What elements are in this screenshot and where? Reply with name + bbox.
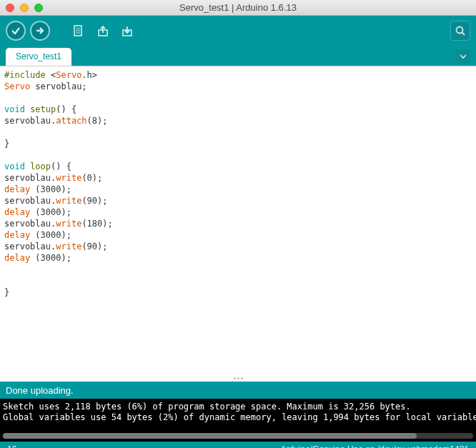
console-line: Sketch uses 2,118 bytes (6%) of program …: [3, 402, 411, 412]
code-line: servoblau.attach(8);: [4, 115, 472, 126]
verify-button[interactable]: [6, 21, 26, 41]
code-line: delay (3000);: [4, 184, 472, 195]
code-line: void loop() {: [4, 161, 472, 172]
svg-point-9: [457, 27, 463, 34]
zoom-window-button[interactable]: [34, 4, 43, 12]
check-icon: [10, 25, 21, 36]
save-sketch-button[interactable]: [117, 21, 137, 41]
code-line: void setup() {: [4, 104, 472, 115]
output-console[interactable]: Sketch uses 2,118 bytes (6%) of program …: [0, 399, 476, 432]
code-line: delay (3000);: [4, 252, 472, 264]
status-message: Done uploading.: [6, 385, 74, 396]
line-number: 16: [7, 444, 16, 448]
minimize-window-button[interactable]: [20, 4, 29, 12]
upload-button[interactable]: [30, 21, 50, 41]
split-handle[interactable]: [231, 377, 245, 380]
serial-monitor-button[interactable]: [450, 21, 470, 41]
arrow-up-icon: [96, 24, 109, 37]
arrow-right-icon: [34, 25, 46, 36]
toolbar: [0, 16, 476, 46]
code-line: [4, 264, 472, 275]
code-line: [4, 275, 472, 287]
arrow-down-icon: [121, 24, 134, 37]
code-editor[interactable]: #include <Servo.h>Servo servoblau; void …: [0, 66, 476, 382]
traffic-lights: [6, 4, 43, 12]
code-line: }: [4, 287, 472, 298]
file-icon: [72, 24, 85, 37]
console-scrollbar[interactable]: [0, 432, 476, 442]
tab-sketch[interactable]: Servo_test1: [6, 48, 71, 66]
console-line: Global variables use 54 bytes (2%) of dy…: [3, 412, 476, 422]
scrollbar-thumb[interactable]: [3, 433, 417, 439]
scrollbar-track[interactable]: [3, 433, 473, 439]
code-line: delay (3000);: [4, 229, 472, 241]
code-line: #include <Servo.h>: [4, 69, 472, 81]
close-window-button[interactable]: [6, 4, 14, 12]
code-line: [4, 92, 472, 104]
code-line: [4, 149, 472, 161]
code-line: delay (3000);: [4, 206, 472, 218]
new-sketch-button[interactable]: [69, 21, 89, 41]
code-line: [4, 126, 472, 138]
svg-line-10: [462, 33, 465, 36]
code-line: servoblau.write(90);: [4, 241, 472, 252]
code-line: servoblau.write(180);: [4, 218, 472, 229]
board-port-label: Arduino/Genuino Uno on /dev/cu.usbmodem1…: [280, 444, 469, 448]
status-bar: Done uploading.: [0, 382, 476, 399]
window-titlebar: Servo_test1 | Arduino 1.6.13: [0, 0, 476, 16]
magnifier-icon: [454, 24, 467, 37]
footer-bar: 16 Arduino/Genuino Uno on /dev/cu.usbmod…: [0, 442, 476, 448]
tab-menu-button[interactable]: [456, 49, 470, 64]
code-line: servoblau.write(90);: [4, 195, 472, 206]
window-title: Servo_test1 | Arduino 1.6.13: [0, 2, 476, 13]
code-line: }: [4, 138, 472, 149]
tab-bar: Servo_test1: [0, 46, 476, 66]
code-line: Servo servoblau;: [4, 81, 472, 92]
open-sketch-button[interactable]: [93, 21, 113, 41]
chevron-down-icon: [459, 52, 467, 61]
code-line: servoblau.write(0);: [4, 172, 472, 184]
